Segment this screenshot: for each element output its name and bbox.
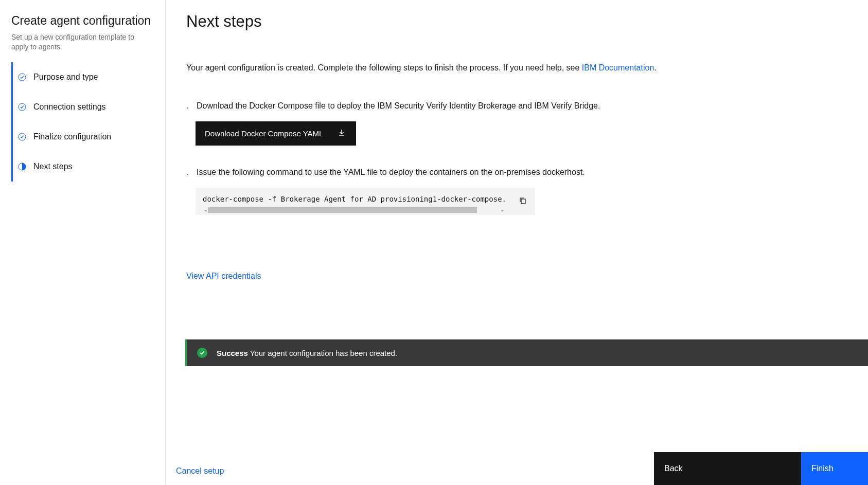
scroll-right-arrow-icon[interactable]: ► <box>500 207 505 213</box>
download-button-label: Download Docker Compose YAML <box>205 129 323 138</box>
bullet-icon: . <box>186 166 189 178</box>
finish-button[interactable]: Finish <box>801 452 868 485</box>
current-step-icon <box>18 163 26 171</box>
step-finalize-configuration[interactable]: Finalize configuration <box>11 122 165 152</box>
download-docker-compose-button[interactable]: Download Docker Compose YAML <box>196 121 356 146</box>
scroll-left-arrow-icon[interactable]: ◄ <box>203 207 208 213</box>
cancel-setup-link[interactable]: Cancel setup <box>176 466 224 476</box>
step-next-steps[interactable]: Next steps <box>11 152 165 182</box>
step-label: Next steps <box>33 162 73 171</box>
step-purpose-and-type[interactable]: Purpose and type <box>11 62 165 92</box>
checkmark-circle-icon <box>18 133 26 141</box>
ibm-documentation-link[interactable]: IBM Documentation <box>582 63 654 72</box>
command-text: docker-compose -f Brokerage Agent for AD… <box>203 195 505 203</box>
step-label: Connection settings <box>33 102 106 112</box>
success-toast: Success Your agent configuration has bee… <box>185 339 868 366</box>
wizard-steps: Purpose and type Connection settings Fin… <box>0 62 165 182</box>
step-connection-settings[interactable]: Connection settings <box>11 92 165 122</box>
svg-rect-4 <box>521 199 525 204</box>
scrollbar-thumb[interactable] <box>208 207 477 213</box>
horizontal-scrollbar[interactable]: ◄ ► <box>203 207 505 213</box>
copy-icon <box>519 196 527 206</box>
toast-text: Success Your agent configuration has bee… <box>217 349 397 357</box>
main-content: Next steps Your agent configuration is c… <box>166 0 868 485</box>
wizard-sidebar: Create agent configuration Set up a new … <box>0 0 166 485</box>
step-label: Finalize configuration <box>33 132 111 141</box>
step-label: Purpose and type <box>33 73 98 82</box>
checkmark-circle-icon <box>18 73 26 81</box>
download-icon <box>338 129 346 138</box>
step1-text: Download the Docker Compose file to depl… <box>197 100 600 112</box>
view-api-credentials-link[interactable]: View API credentials <box>186 272 261 281</box>
sidebar-subtitle: Set up a new configuration template to a… <box>11 32 135 52</box>
scrollbar-track[interactable] <box>208 207 500 213</box>
bullet-icon: . <box>186 100 189 112</box>
checkmark-circle-icon <box>18 103 26 111</box>
back-button[interactable]: Back <box>654 452 801 485</box>
page-title: Next steps <box>186 12 847 31</box>
copy-command-button[interactable] <box>510 188 535 215</box>
command-snippet: docker-compose -f Brokerage Agent for AD… <box>196 188 510 215</box>
intro-text: Your agent configuration is created. Com… <box>186 62 847 74</box>
step2-text: Issue the following command to use the Y… <box>197 166 585 178</box>
sidebar-title: Create agent configuration <box>11 13 153 28</box>
success-checkmark-icon <box>197 348 207 358</box>
